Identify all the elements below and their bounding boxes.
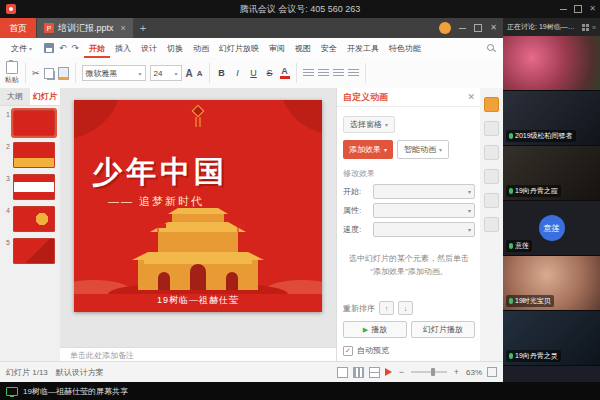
auto-preview-toggle[interactable]: ✓ 自动预览 bbox=[343, 345, 475, 356]
add-effect-button[interactable]: 添加效果 ▾ bbox=[343, 140, 393, 159]
ribbon-tab[interactable]: 视图 bbox=[290, 38, 316, 58]
animation-pane-icon[interactable] bbox=[484, 145, 499, 160]
slide-thumbnail[interactable] bbox=[13, 174, 55, 200]
slide-thumbnail[interactable] bbox=[13, 206, 55, 232]
strikethrough-button[interactable]: S bbox=[264, 68, 276, 78]
animation-field-dropdown[interactable]: ▾ bbox=[373, 184, 475, 199]
font-color-icon[interactable]: A bbox=[280, 67, 290, 79]
wps-close-icon[interactable]: ✕ bbox=[490, 24, 497, 32]
save-icon[interactable] bbox=[44, 43, 54, 53]
close-icon[interactable]: ✕ bbox=[589, 5, 596, 13]
italic-button[interactable]: I bbox=[232, 68, 244, 78]
object-pane-icon[interactable] bbox=[484, 169, 499, 184]
close-panel-icon[interactable]: ✕ bbox=[467, 92, 475, 102]
move-up-icon[interactable]: ↑ bbox=[379, 301, 394, 315]
increase-font-icon[interactable]: A bbox=[186, 68, 193, 79]
slide-thumbnail-row[interactable]: 3 bbox=[0, 170, 60, 202]
ribbon-tab[interactable]: 幻灯片放映 bbox=[214, 38, 264, 58]
zoom-slider[interactable] bbox=[411, 371, 447, 373]
selection-pane-button[interactable]: 选择窗格 ▾ bbox=[343, 116, 395, 133]
normal-view-icon[interactable] bbox=[337, 367, 348, 378]
ribbon-tab[interactable]: 安全 bbox=[316, 38, 342, 58]
slideshow-play-icon[interactable] bbox=[385, 368, 392, 376]
play-button[interactable]: ▶ 播放 bbox=[343, 321, 407, 338]
slide-thumbnail-row[interactable]: 5 bbox=[0, 234, 60, 266]
align-center-icon[interactable] bbox=[318, 69, 329, 78]
bold-button[interactable]: B bbox=[216, 68, 228, 78]
copy-icon[interactable] bbox=[44, 68, 54, 79]
zoom-out-icon[interactable]: − bbox=[397, 368, 406, 377]
document-tab[interactable]: P 培训汇报.pptx × bbox=[37, 18, 133, 38]
wps-maximize-icon[interactable] bbox=[474, 24, 482, 32]
checkbox-checked-icon[interactable]: ✓ bbox=[343, 346, 353, 356]
slide-footer-text[interactable]: 19树临—祖赫仕莹 bbox=[74, 294, 322, 307]
slide-thumbnail[interactable] bbox=[13, 238, 55, 264]
ribbon-tab[interactable]: 审阅 bbox=[264, 38, 290, 58]
participant-tile[interactable] bbox=[503, 366, 600, 382]
maximize-icon[interactable] bbox=[574, 5, 582, 13]
properties-pane-icon[interactable] bbox=[484, 97, 499, 112]
chart-pane-icon[interactable] bbox=[484, 193, 499, 208]
ribbon-tab[interactable]: 开发工具 bbox=[342, 38, 384, 58]
reading-view-icon[interactable] bbox=[369, 367, 380, 378]
slide-panel-tab[interactable]: 幻灯片 bbox=[30, 88, 60, 105]
animation-field-dropdown[interactable]: ▾ bbox=[373, 222, 475, 237]
help-pane-icon[interactable] bbox=[484, 217, 499, 232]
format-painter-icon[interactable] bbox=[58, 67, 69, 80]
notes-area[interactable]: 单击此处添加备注 bbox=[60, 347, 336, 362]
participant-tile[interactable]: 意莲 意莲 bbox=[503, 201, 600, 256]
animation-panel-header: 自定义动画 ✕ bbox=[337, 88, 481, 107]
minimize-icon[interactable] bbox=[560, 9, 567, 10]
align-left-icon[interactable] bbox=[303, 69, 314, 78]
participant-tile[interactable] bbox=[503, 36, 600, 91]
styles-pane-icon[interactable] bbox=[484, 121, 499, 136]
slide-thumbnail-row[interactable]: 4 bbox=[0, 202, 60, 234]
ribbon-tab[interactable]: 开始 bbox=[84, 38, 110, 58]
selection-pane-label: 选择窗格 bbox=[350, 119, 382, 130]
zoom-in-icon[interactable]: + bbox=[452, 368, 461, 377]
user-avatar[interactable] bbox=[439, 22, 451, 34]
slideshow-button[interactable]: 幻灯片播放 bbox=[411, 321, 475, 338]
ribbon-tab[interactable]: 切换 bbox=[162, 38, 188, 58]
fit-to-window-icon[interactable] bbox=[487, 367, 497, 377]
new-tab-button[interactable]: + bbox=[133, 18, 153, 38]
slide-thumbnail[interactable] bbox=[13, 142, 55, 168]
slide-sorter-icon[interactable] bbox=[353, 367, 364, 378]
file-menu-button[interactable]: 文件 ▾ bbox=[4, 43, 39, 54]
animation-field-dropdown[interactable]: ▾ bbox=[373, 203, 475, 218]
paste-button[interactable]: 粘贴 bbox=[5, 61, 19, 85]
participant-tile[interactable]: 19向丹青之灵 bbox=[503, 311, 600, 366]
close-tab-icon[interactable]: × bbox=[121, 23, 126, 33]
undo-icon[interactable]: ↶ bbox=[59, 44, 67, 53]
font-name-select[interactable]: 微软雅黑 ▾ bbox=[82, 65, 146, 81]
gallery-view-icon[interactable] bbox=[582, 24, 589, 31]
font-size-select[interactable]: 24 ▾ bbox=[150, 65, 182, 81]
slide-thumbnail-row[interactable]: 1 bbox=[0, 106, 60, 138]
move-down-icon[interactable]: ↓ bbox=[398, 301, 413, 315]
bullet-list-icon[interactable] bbox=[348, 69, 359, 78]
speaking-status: 正在讨论: 19树临—祖赫仕莹 bbox=[507, 22, 579, 32]
ribbon-tab[interactable]: 插入 bbox=[110, 38, 136, 58]
slide-title[interactable]: 少年中国 bbox=[92, 152, 228, 193]
wps-minimize-icon[interactable] bbox=[459, 28, 466, 29]
slide-panel-tab[interactable]: 大纲 bbox=[0, 88, 30, 105]
redo-icon[interactable]: ↷ bbox=[72, 44, 80, 53]
smart-animation-button[interactable]: 智能动画 ▾ bbox=[397, 140, 449, 159]
participant-tile[interactable]: 2019级松柏间驿者 bbox=[503, 91, 600, 146]
slide-thumbnail-row[interactable]: 2 bbox=[0, 138, 60, 170]
slide-thumbnail[interactable] bbox=[13, 110, 55, 136]
participant-tile[interactable]: 19向丹青之霞 bbox=[503, 146, 600, 201]
decrease-font-icon[interactable]: A bbox=[197, 69, 203, 78]
underline-button[interactable]: U bbox=[248, 68, 260, 78]
ribbon-tab[interactable]: 动画 bbox=[188, 38, 214, 58]
participant-tile[interactable]: 19时光宝贝 bbox=[503, 256, 600, 311]
search-icon[interactable] bbox=[487, 44, 495, 52]
slide-canvas[interactable]: 少年中国 —— 追梦新时代 bbox=[74, 100, 322, 312]
cut-icon[interactable]: ✂ bbox=[32, 68, 40, 78]
ribbon-tab[interactable]: 设计 bbox=[136, 38, 162, 58]
ribbon-tab[interactable]: 特色功能 bbox=[384, 38, 426, 58]
zoom-slider-knob[interactable] bbox=[431, 368, 435, 376]
wps-home-tab[interactable]: 首页 bbox=[0, 18, 36, 38]
collapse-sidebar-icon[interactable]: » bbox=[592, 24, 596, 31]
align-right-icon[interactable] bbox=[333, 69, 344, 78]
